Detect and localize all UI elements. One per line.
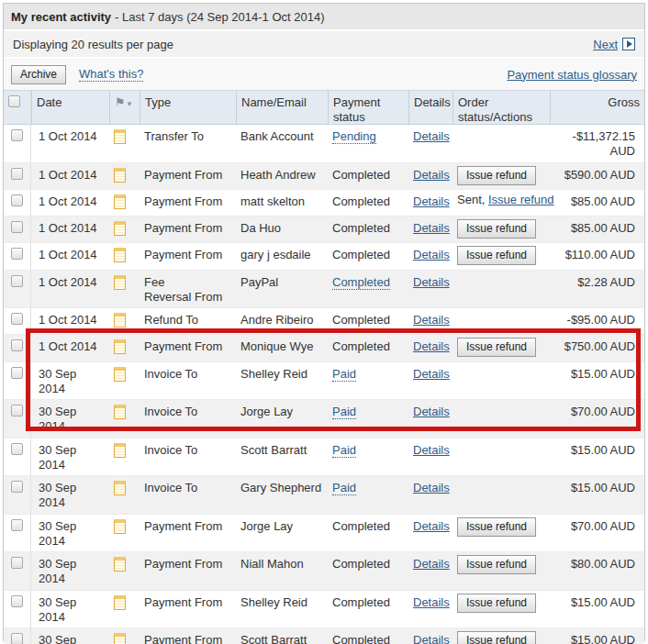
gross-cell: $85.00 AUD (550, 190, 644, 216)
note-icon[interactable] (114, 248, 126, 262)
row-checkbox[interactable] (11, 443, 23, 455)
note-icon[interactable] (114, 557, 126, 572)
date-cell: 30 Sep 2014 (31, 515, 109, 552)
row-checkbox[interactable] (11, 168, 23, 180)
payment-status: Completed (332, 633, 390, 644)
details-link[interactable]: Details (413, 221, 450, 235)
note-icon[interactable] (114, 221, 126, 236)
details-link[interactable]: Details (413, 595, 450, 609)
name-cell: Bank Account (236, 125, 328, 162)
note-icon[interactable] (114, 633, 126, 644)
flag-cell (109, 552, 140, 590)
column-header-order-status[interactable]: Order status/Actions (452, 91, 550, 124)
action-cell (452, 439, 550, 476)
note-icon[interactable] (114, 443, 126, 458)
payment-status: Completed (332, 519, 390, 533)
note-icon[interactable] (114, 595, 126, 610)
next-page-icon[interactable] (622, 38, 635, 50)
row-checkbox[interactable] (11, 313, 23, 325)
gross-cell: $590.00 AUD (550, 163, 644, 189)
details-link[interactable]: Details (413, 367, 450, 381)
details-link[interactable]: Details (413, 129, 450, 143)
gross-cell: $15.00 AUD (550, 439, 644, 476)
details-link[interactable]: Details (413, 339, 450, 353)
details-link[interactable]: Details (413, 405, 450, 418)
issue-refund-button[interactable]: Issue refund (457, 166, 536, 185)
row-checkbox[interactable] (11, 367, 23, 379)
note-icon[interactable] (114, 313, 126, 328)
details-link[interactable]: Details (413, 519, 450, 533)
note-icon[interactable] (114, 481, 126, 495)
archive-button[interactable]: Archive (11, 65, 66, 84)
row-checkbox[interactable] (11, 595, 23, 607)
row-checkbox[interactable] (11, 519, 23, 531)
details-link[interactable]: Details (413, 481, 450, 494)
issue-refund-button[interactable]: Issue refund (457, 246, 536, 265)
row-checkbox[interactable] (11, 557, 23, 569)
payment-status-glossary-link[interactable]: Payment status glossary (507, 68, 637, 82)
column-header-name-email[interactable]: Name/Email (236, 91, 328, 124)
details-link[interactable]: Details (413, 275, 450, 289)
select-all-checkbox[interactable] (8, 95, 20, 107)
note-icon[interactable] (114, 339, 126, 354)
note-icon[interactable] (114, 194, 126, 209)
note-icon[interactable] (114, 168, 126, 183)
checkbox-cell (4, 125, 31, 162)
details-link[interactable]: Details (413, 168, 450, 182)
issue-refund-button[interactable]: Issue refund (457, 555, 536, 574)
payment-status[interactable]: Completed (332, 275, 390, 290)
issue-refund-button[interactable]: Issue refund (457, 594, 536, 613)
row-checkbox[interactable] (11, 221, 23, 233)
row-checkbox[interactable] (11, 405, 23, 416)
row-checkbox[interactable] (11, 339, 23, 351)
note-icon[interactable] (114, 519, 126, 534)
note-icon[interactable] (114, 405, 126, 419)
issue-refund-button[interactable]: Issue refund (457, 219, 536, 239)
action-cell (452, 125, 550, 162)
issue-refund-button[interactable]: Issue refund (457, 631, 536, 644)
chevron-down-icon: ▾ (128, 99, 132, 108)
checkbox-cell (4, 515, 31, 552)
payment-status[interactable]: Paid (332, 405, 356, 419)
column-header-type[interactable]: Type (140, 91, 236, 124)
name-cell: Heath Andrew (236, 163, 328, 189)
flag-cell (109, 628, 140, 644)
payment-status[interactable]: Pending (332, 129, 376, 144)
row-checkbox[interactable] (11, 633, 23, 644)
details-link[interactable]: Details (413, 443, 450, 457)
details-link[interactable]: Details (413, 633, 450, 644)
whats-this-link[interactable]: What's this? (79, 67, 143, 82)
column-header-filter[interactable]: ⚑▾ (109, 91, 140, 124)
payment-status[interactable]: Paid (332, 481, 356, 495)
name-cell: Scott Barratt (236, 439, 328, 476)
date-cell: 1 Oct 2014 (31, 125, 109, 162)
note-icon[interactable] (114, 367, 126, 382)
row-checkbox[interactable] (11, 129, 23, 141)
details-link[interactable]: Details (413, 194, 450, 208)
row-checkbox[interactable] (11, 194, 23, 206)
column-header-details[interactable]: Details (408, 91, 452, 124)
payment-status[interactable]: Paid (332, 443, 356, 458)
column-header-gross[interactable]: Gross (550, 91, 644, 124)
note-icon[interactable] (114, 275, 126, 290)
details-link[interactable]: Details (413, 313, 450, 327)
next-page-link[interactable]: Next (593, 38, 618, 51)
row-checkbox[interactable] (11, 248, 23, 260)
note-icon[interactable] (114, 129, 126, 144)
payment-status[interactable]: Paid (332, 367, 356, 382)
column-header-payment-status[interactable]: Payment status (328, 91, 408, 124)
action-cell: Issue refund (452, 628, 550, 644)
issue-refund-button[interactable]: Issue refund (457, 338, 536, 357)
column-header-date[interactable]: Date (31, 91, 109, 124)
issue-refund-link[interactable]: Issue refund (488, 193, 554, 206)
action-cell (452, 308, 550, 334)
type-cell: Payment From (140, 628, 236, 644)
details-link[interactable]: Details (413, 557, 450, 571)
row-checkbox[interactable] (11, 275, 23, 287)
gross-cell: -$95.00 AUD (550, 308, 644, 334)
checkbox-cell (4, 190, 31, 216)
table-row: 1 Oct 2014 Fee Reversal From PayPal Comp… (4, 271, 644, 309)
row-checkbox[interactable] (11, 481, 23, 493)
issue-refund-button[interactable]: Issue refund (457, 517, 536, 537)
details-link[interactable]: Details (413, 248, 450, 261)
